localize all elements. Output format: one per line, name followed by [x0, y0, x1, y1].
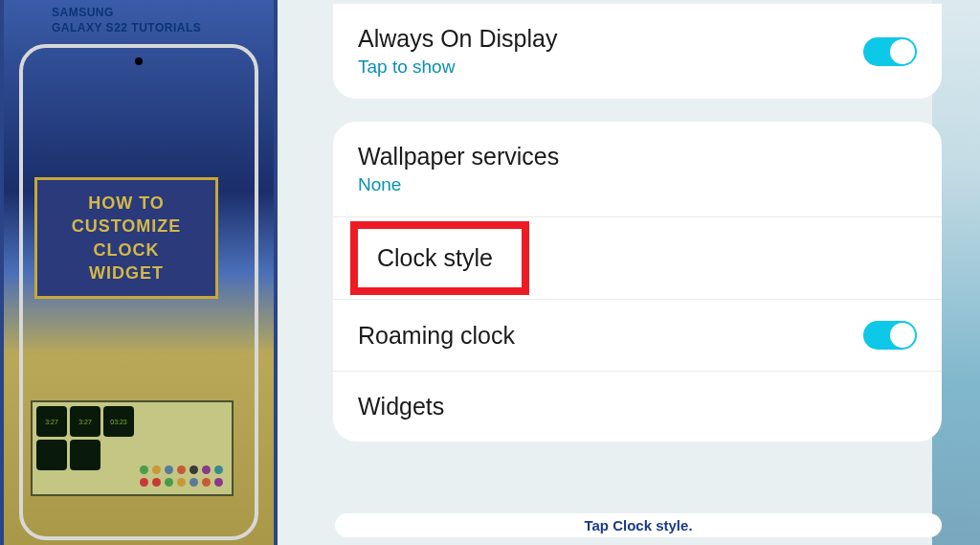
setting-wallpaper-services[interactable]: Wallpaper services None [333, 122, 942, 217]
setting-subtitle: None [358, 174, 559, 195]
color-dot [165, 478, 173, 487]
settings-card-main: Wallpaper services None Clock style Roam… [333, 122, 942, 442]
color-dot [177, 466, 186, 474]
setting-title: Roaming clock [358, 322, 515, 350]
toggle-knob [890, 323, 915, 348]
setting-title: Wallpaper services [358, 143, 559, 170]
color-dot [140, 478, 148, 487]
tutorial-header: SAMSUNG GALAXY S22 TUTORIALS [52, 6, 201, 35]
tutorial-title: HOW TO CUSTOMIZE CLOCK WIDGET [34, 177, 218, 299]
instruction-caption: Tap Clock style. [335, 513, 942, 537]
setting-widgets[interactable]: Widgets [333, 372, 942, 442]
setting-always-on-display[interactable]: Always On Display Tap to show [333, 4, 942, 99]
toggle-knob [890, 39, 915, 64]
clock-thumb [36, 440, 67, 470]
settings-card-aod: Always On Display Tap to show [333, 4, 942, 99]
setting-roaming-clock[interactable]: Roaming clock [333, 300, 942, 372]
widget-preview-panel: 3:27 3:27 03:23 [31, 400, 234, 496]
color-dot [177, 478, 186, 487]
clock-thumb [70, 440, 100, 470]
color-dot [214, 466, 223, 474]
highlight-box: Clock style [350, 221, 529, 295]
settings-screen: Always On Display Tap to show Wallpaper … [278, 0, 980, 545]
clock-thumb: 3:27 [70, 406, 100, 437]
color-dot [140, 466, 148, 474]
color-dot [152, 466, 161, 474]
roaming-toggle[interactable] [863, 321, 917, 350]
color-dot [165, 466, 173, 474]
phone-camera-dot [135, 57, 143, 65]
color-dot [189, 478, 198, 487]
setting-title: Always On Display [358, 25, 557, 53]
setting-title: Clock style [377, 244, 493, 272]
setting-title: Widgets [358, 393, 444, 420]
color-palette [140, 466, 224, 487]
color-dot [214, 478, 223, 487]
brand-line-1: SAMSUNG [52, 6, 201, 21]
tutorial-sidebar: SAMSUNG GALAXY S22 TUTORIALS HOW TO CUST… [0, 0, 278, 545]
widget-tiles: 3:27 3:27 03:23 [33, 402, 138, 474]
color-dot [189, 466, 198, 474]
setting-clock-style[interactable]: Clock style [333, 217, 942, 300]
clock-thumb: 3:27 [36, 406, 67, 437]
color-dot [202, 478, 211, 487]
setting-subtitle: Tap to show [358, 57, 557, 78]
color-dot [202, 466, 211, 474]
clock-thumb: 03:23 [103, 406, 134, 437]
color-dot [152, 478, 161, 487]
brand-line-2: GALAXY S22 TUTORIALS [52, 21, 201, 36]
aod-toggle[interactable] [863, 37, 917, 66]
